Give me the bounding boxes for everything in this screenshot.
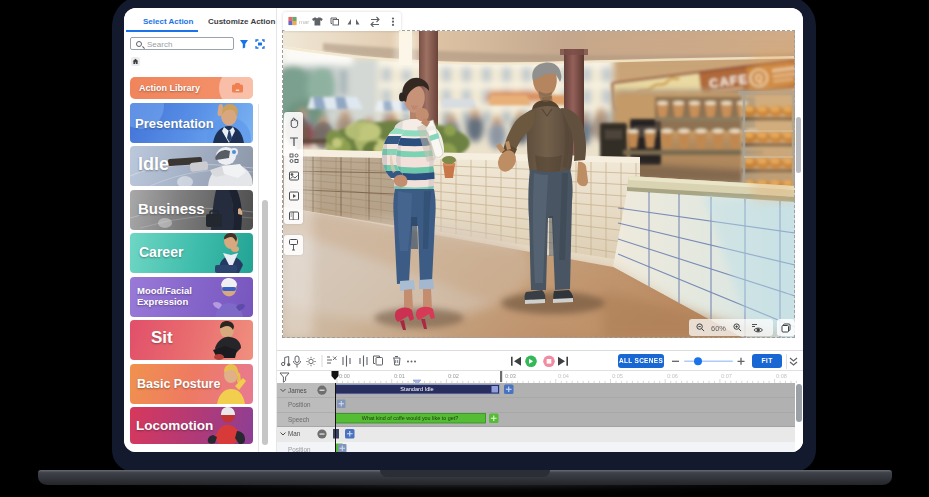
- svg-text:Position: Position: [288, 446, 311, 453]
- svg-text:Man: Man: [288, 430, 301, 437]
- svg-text:James: James: [288, 387, 307, 394]
- svg-text:Standard Idle: Standard Idle: [400, 386, 433, 392]
- svg-text:mar: mar: [299, 19, 309, 25]
- svg-text:Position: Position: [288, 401, 311, 408]
- svg-text:What kind of coffe would you l: What kind of coffe would you like to get…: [362, 415, 458, 421]
- svg-text:Speech: Speech: [288, 416, 310, 424]
